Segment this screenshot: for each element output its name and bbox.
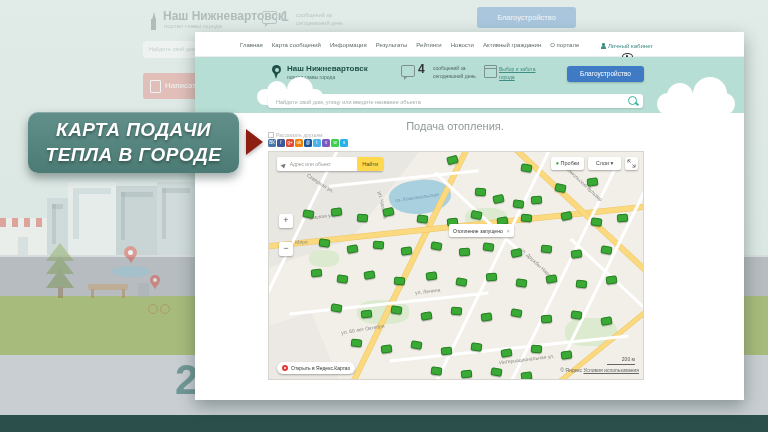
nav-item[interactable]: Главная — [240, 42, 263, 48]
heating-marker[interactable] — [531, 345, 543, 354]
nav-item[interactable]: Новости — [451, 42, 474, 48]
nav-item[interactable]: Активный гражданин — [483, 42, 541, 48]
map-find-button[interactable]: Найти — [357, 157, 383, 171]
heating-marker[interactable] — [394, 277, 406, 286]
heating-marker[interactable] — [570, 310, 582, 319]
slide-canvas: Наш Нижневартовск портал главы города 1 … — [0, 0, 768, 432]
twitter-share-icon[interactable]: t — [313, 139, 321, 147]
heating-marker[interactable] — [541, 315, 553, 324]
heating-marker[interactable] — [416, 214, 428, 223]
odnoklassniki-share-icon[interactable]: ok — [295, 139, 303, 147]
facebook-share-icon[interactable]: f — [277, 139, 285, 147]
heating-marker[interactable] — [363, 270, 375, 280]
heating-marker[interactable] — [570, 249, 582, 258]
portal-page-card: ГлавнаяКарта сообщенийИнформацияРезульта… — [195, 32, 744, 400]
heating-marker[interactable] — [510, 308, 522, 318]
search-icon[interactable] — [628, 96, 637, 105]
whatsapp-share-icon[interactable]: w — [331, 139, 339, 147]
heating-marker[interactable] — [521, 213, 533, 222]
heating-marker[interactable] — [318, 238, 330, 247]
heating-marker[interactable] — [330, 207, 342, 216]
heating-marker[interactable] — [302, 209, 314, 219]
heating-marker[interactable] — [400, 246, 412, 255]
heating-marker[interactable] — [554, 183, 566, 193]
heating-marker[interactable] — [459, 248, 471, 257]
locate-arrow-icon[interactable]: ▶ — [279, 160, 287, 168]
heating-marker[interactable] — [430, 241, 442, 251]
message-counter: 1 — [281, 8, 289, 24]
personal-account-link[interactable]: Личный кабинет — [601, 43, 653, 49]
heating-marker[interactable] — [520, 163, 532, 173]
heating-marker[interactable] — [373, 241, 385, 250]
yandex-map[interactable]: ▶ Найти ● Пробки Слои ▾ + − Отопление за… — [268, 151, 644, 380]
heating-marker[interactable] — [455, 277, 467, 287]
tooltip-close-icon[interactable]: × — [507, 228, 510, 234]
skype-share-icon[interactable]: s — [340, 139, 348, 147]
heating-marker[interactable] — [351, 338, 363, 347]
layers-button[interactable]: Слои ▾ — [588, 157, 621, 170]
nav-item[interactable]: О портале — [550, 42, 579, 48]
heating-marker[interactable] — [605, 275, 617, 284]
heating-marker[interactable] — [512, 199, 524, 208]
heating-marker[interactable] — [470, 342, 482, 351]
traffic-button[interactable]: ● Пробки — [551, 157, 584, 170]
zoom-in-button[interactable]: + — [279, 214, 293, 228]
nav-item[interactable]: Результаты — [376, 42, 408, 48]
heating-marker[interactable] — [380, 344, 392, 353]
heating-marker[interactable] — [560, 211, 572, 221]
heating-marker[interactable] — [520, 371, 532, 380]
site-logo-icon[interactable] — [271, 65, 282, 80]
nav-item[interactable]: Карта сообщений — [272, 42, 321, 48]
heating-marker[interactable] — [336, 274, 348, 283]
heating-marker[interactable] — [515, 278, 527, 287]
terms-link[interactable]: Условия использования — [584, 367, 640, 373]
heating-marker[interactable] — [361, 309, 373, 318]
heating-marker[interactable] — [541, 244, 553, 253]
site-name[interactable]: Наш Нижневартовск — [287, 64, 368, 73]
main-nav: ГлавнаяКарта сообщенийИнформацияРезульта… — [240, 32, 579, 57]
site-search — [268, 94, 643, 108]
heating-marker[interactable] — [531, 196, 543, 205]
viber-share-icon[interactable]: v — [322, 139, 330, 147]
heating-marker[interactable] — [600, 245, 612, 255]
heating-marker[interactable] — [482, 242, 494, 251]
heating-marker[interactable] — [382, 207, 394, 217]
heating-marker[interactable] — [330, 303, 342, 313]
mail-ru-share-icon[interactable]: @ — [304, 139, 312, 147]
heating-marker[interactable] — [475, 188, 487, 197]
map-search-input[interactable] — [288, 160, 354, 168]
open-in-yandex-maps-link[interactable]: Открыть в Яндекс.Картах — [277, 362, 355, 374]
heating-marker[interactable] — [590, 217, 602, 226]
fullscreen-button[interactable] — [625, 157, 638, 170]
heating-marker[interactable] — [451, 307, 463, 316]
heating-marker[interactable] — [441, 346, 453, 355]
improvement-button[interactable]: Благоустройство — [567, 66, 644, 82]
promo-link[interactable]: Выбор и заботагорода — [499, 65, 536, 81]
vk-share-icon[interactable]: ВК — [268, 139, 276, 147]
heating-marker[interactable] — [420, 311, 432, 321]
heating-marker[interactable] — [461, 369, 473, 378]
heating-marker[interactable] — [500, 348, 512, 358]
heating-marker[interactable] — [357, 214, 369, 223]
heating-marker[interactable] — [425, 271, 437, 280]
zoom-out-button[interactable]: − — [279, 242, 293, 256]
heating-marker[interactable] — [492, 194, 504, 204]
heating-marker[interactable] — [410, 340, 422, 350]
heating-marker[interactable] — [390, 305, 402, 314]
heating-marker[interactable] — [430, 366, 442, 375]
heating-marker[interactable] — [311, 268, 323, 277]
heating-marker[interactable] — [346, 244, 358, 254]
google-plus-share-icon[interactable]: g+ — [286, 139, 294, 147]
heating-marker[interactable] — [490, 367, 502, 377]
heating-marker[interactable] — [576, 279, 588, 288]
nav-item[interactable]: Рейтинги — [416, 42, 441, 48]
site-search-input[interactable] — [274, 95, 608, 109]
heating-marker[interactable] — [560, 350, 572, 359]
heating-marker[interactable] — [617, 214, 629, 223]
share-buttons: ВКfg+ok@tvws — [268, 139, 348, 147]
nav-item[interactable]: Информация — [330, 42, 367, 48]
heating-marker[interactable] — [480, 312, 492, 321]
heating-marker[interactable] — [486, 273, 498, 282]
heating-marker[interactable] — [510, 248, 522, 258]
heating-marker[interactable] — [586, 177, 598, 186]
